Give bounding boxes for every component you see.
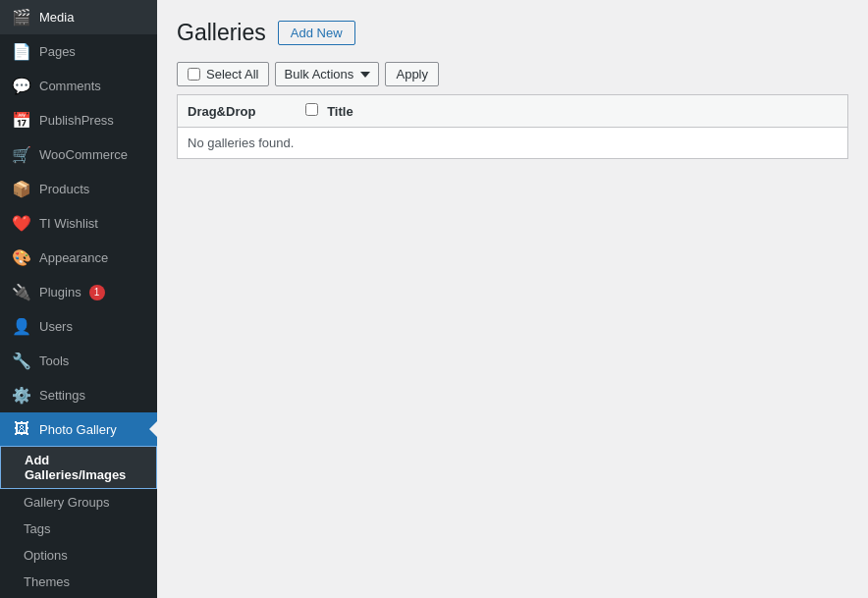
toolbar: Select All Bulk Actions Apply xyxy=(177,62,848,86)
main-content: Galleries Add New Select All Bulk Action… xyxy=(157,0,868,598)
sidebar-item-appearance[interactable]: 🎨 Appearance xyxy=(0,241,157,275)
sidebar-item-users[interactable]: 👤 Users xyxy=(0,309,157,344)
add-new-button[interactable]: Add New xyxy=(278,21,355,45)
plugins-icon: 🔌 xyxy=(12,283,31,301)
page-header: Galleries Add New xyxy=(177,20,848,46)
active-arrow xyxy=(149,421,157,437)
sidebar: 🎬 Media 📄 Pages 💬 Comments 📅 PublishPres… xyxy=(0,0,157,598)
settings-icon: ⚙️ xyxy=(12,386,31,405)
sidebar-item-settings[interactable]: ⚙️ Settings xyxy=(0,378,157,412)
plugins-badge: 1 xyxy=(89,285,105,300)
select-all-button[interactable]: Select All xyxy=(177,62,269,86)
sidebar-item-ti-wishlist[interactable]: ❤️ TI Wishlist xyxy=(0,206,157,241)
users-icon: 👤 xyxy=(12,317,31,336)
column-drag-drop: Drag&Drop xyxy=(178,95,296,128)
sidebar-item-comments[interactable]: 💬 Comments xyxy=(0,69,157,103)
sidebar-item-pages[interactable]: 📄 Pages xyxy=(0,34,157,69)
sidebar-item-tools[interactable]: 🔧 Tools xyxy=(0,344,157,378)
no-galleries-message: No galleries found. xyxy=(178,128,848,159)
table-header-row: Drag&Drop Title xyxy=(178,95,848,128)
column-title: Title xyxy=(296,95,848,128)
no-galleries-row: No galleries found. xyxy=(178,128,848,159)
wishlist-icon: ❤️ xyxy=(12,214,31,233)
comments-icon: 💬 xyxy=(12,77,31,95)
media-icon: 🎬 xyxy=(12,8,31,27)
sidebar-item-products[interactable]: 📦 Products xyxy=(0,172,157,206)
submenu-item-themes[interactable]: Themes xyxy=(0,569,157,595)
woocommerce-icon: 🛒 xyxy=(12,145,31,164)
publishpress-icon: 📅 xyxy=(12,111,31,130)
galleries-table: Drag&Drop Title No galleries found. xyxy=(177,94,848,159)
sidebar-item-photo-gallery[interactable]: 🖼 Photo Gallery xyxy=(0,412,157,446)
sidebar-item-plugins[interactable]: 🔌 Plugins 1 xyxy=(0,275,157,309)
sidebar-item-publishpress[interactable]: 📅 PublishPress xyxy=(0,103,157,137)
appearance-icon: 🎨 xyxy=(12,248,31,267)
submenu-item-tags[interactable]: Tags xyxy=(0,516,157,542)
submenu-item-add-galleries[interactable]: Add Galleries/Images xyxy=(0,446,157,489)
products-icon: 📦 xyxy=(12,180,31,198)
tools-icon: 🔧 xyxy=(12,352,31,370)
page-title: Galleries xyxy=(177,20,266,46)
bulk-actions-select[interactable]: Bulk Actions xyxy=(275,62,379,86)
submenu-item-gallery-groups[interactable]: Gallery Groups xyxy=(0,489,157,516)
photo-gallery-section: 🖼 Photo Gallery Add Galleries/Images Gal… xyxy=(0,412,157,595)
title-checkbox[interactable] xyxy=(305,103,318,116)
photo-gallery-icon: 🖼 xyxy=(12,420,31,438)
submenu-item-options[interactable]: Options xyxy=(0,542,157,569)
sidebar-item-media[interactable]: 🎬 Media xyxy=(0,0,157,34)
pages-icon: 📄 xyxy=(12,42,31,61)
sidebar-item-woocommerce[interactable]: 🛒 WooCommerce xyxy=(0,137,157,172)
select-all-checkbox[interactable] xyxy=(188,68,200,81)
apply-button[interactable]: Apply xyxy=(385,62,439,86)
